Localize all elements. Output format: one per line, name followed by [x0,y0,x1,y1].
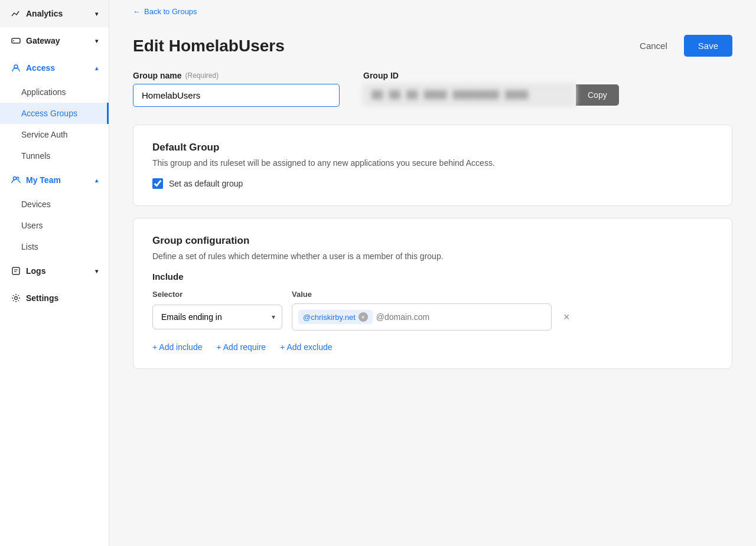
default-group-title: Default Group [152,142,713,153]
header-actions: Cancel Save [630,35,732,57]
back-arrow-icon: ← [133,7,141,16]
title-bold: HomelabUsers [169,37,285,55]
sidebar-item-analytics-label: Analytics [26,9,63,18]
sidebar-sub-tunnels[interactable]: Tunnels [0,145,109,166]
sidebar-item-team-label: My Team [26,175,61,185]
access-chevron-icon: ▴ [95,65,98,71]
access-icon [11,63,21,73]
main-content: ← Back to Groups Edit HomelabUsers Cance… [109,0,756,546]
default-group-description: This group and its ruleset will be assig… [152,158,713,168]
sidebar-sub-service-auth[interactable]: Service Auth [0,124,109,145]
group-id-value: ██ ██ ██ ████ ████████ ████ [363,84,576,106]
selector-select[interactable]: Emails ending in Email Everyone Country … [152,305,282,329]
group-name-group: Group name (Required) [133,71,340,107]
tag-value: @chriskirby.net [303,313,356,322]
value-header: Value [292,290,312,299]
sidebar-item-settings[interactable]: Settings [0,285,109,312]
svg-point-1 [13,40,14,41]
value-input-container[interactable]: @chriskirby.net × [292,303,552,331]
copy-button[interactable]: Copy [576,84,619,106]
selector-header: Selector [152,290,282,299]
users-label: Users [21,221,43,230]
svg-rect-5 [12,267,19,274]
group-config-description: Define a set of rules which determine wh… [152,251,713,261]
sidebar-sub-lists[interactable]: Lists [0,236,109,257]
tag-remove-button[interactable]: × [359,312,368,322]
add-require-link[interactable]: + Add require [216,342,266,352]
sidebar-item-logs[interactable]: Logs ▾ [0,257,109,285]
sidebar-sub-applications[interactable]: Applications [0,81,109,103]
sidebar-item-settings-label: Settings [26,293,58,303]
group-config-card: Group configuration Define a set of rule… [133,218,732,369]
rule-row-1: Emails ending in Email Everyone Country … [152,303,713,331]
svg-point-4 [17,177,19,179]
group-id-group: Group ID ██ ██ ██ ████ ████████ ████ Cop… [363,71,619,106]
gateway-icon [11,35,21,46]
sidebar-sub-devices[interactable]: Devices [0,194,109,215]
group-name-input[interactable] [133,84,340,107]
sidebar-item-my-team[interactable]: My Team ▴ [0,166,109,194]
rule-headers: Selector Value [152,290,713,299]
team-icon [11,175,21,185]
save-button[interactable]: Save [684,35,732,57]
group-name-label: Group name (Required) [133,71,340,80]
sidebar-item-gateway-label: Gateway [26,36,60,45]
access-groups-label: Access Groups [21,109,77,118]
group-id-container: ██ ██ ██ ████ ████████ ████ Copy [363,84,619,106]
back-to-groups-label: Back to Groups [144,7,197,16]
tunnels-label: Tunnels [21,151,50,161]
default-group-checkbox-row: Set as default group [152,178,713,189]
selector-dropdown-container: Emails ending in Email Everyone Country … [152,305,282,329]
sidebar-item-access[interactable]: Access ▴ [0,54,109,81]
group-id-label: Group ID [363,71,619,80]
analytics-icon [11,8,21,19]
logs-icon [11,266,21,276]
sidebar-item-analytics[interactable]: Analytics ▾ [0,0,109,27]
svg-point-8 [15,297,18,300]
page-title: Edit HomelabUsers [133,37,285,55]
back-to-groups-link[interactable]: ← Back to Groups [109,0,756,23]
add-links-row: + Add include + Add require + Add exclud… [152,342,713,352]
sidebar-sub-access-groups[interactable]: Access Groups [0,103,109,124]
svg-point-3 [14,177,17,180]
logs-chevron-icon: ▾ [95,268,98,274]
service-auth-label: Service Auth [21,130,68,139]
sidebar-sub-users[interactable]: Users [0,215,109,236]
team-chevron-icon: ▴ [95,177,98,184]
sidebar: Analytics ▾ Gateway ▾ Access ▴ Applicati… [0,0,109,546]
form-top-row: Group name (Required) Group ID ██ ██ ██ … [133,71,732,107]
sidebar-item-gateway[interactable]: Gateway ▾ [0,27,109,54]
analytics-chevron-icon: ▾ [95,11,98,17]
sidebar-item-access-label: Access [26,63,55,73]
include-section-label: Include [152,272,713,282]
cancel-button[interactable]: Cancel [630,36,677,55]
default-group-checkbox[interactable] [152,178,163,189]
add-exclude-link[interactable]: + Add exclude [280,342,332,352]
add-include-link[interactable]: + Add include [152,342,202,352]
default-group-checkbox-label: Set as default group [169,179,243,188]
required-badge: (Required) [185,71,219,80]
tag-chriskirby: @chriskirby.net × [298,310,373,324]
devices-label: Devices [21,200,51,209]
default-group-card: Default Group This group and its ruleset… [133,125,732,206]
applications-label: Applications [21,87,66,97]
settings-icon [11,293,21,303]
lists-label: Lists [21,242,38,251]
sidebar-item-logs-label: Logs [26,266,45,276]
gateway-chevron-icon: ▾ [95,38,98,44]
title-prefix: Edit [133,37,169,55]
content-area: Group name (Required) Group ID ██ ██ ██ … [109,71,756,404]
remove-rule-button[interactable]: × [561,309,572,326]
page-header: Edit HomelabUsers Cancel Save [109,23,756,71]
value-text-input[interactable] [376,312,545,322]
group-config-title: Group configuration [152,235,713,247]
